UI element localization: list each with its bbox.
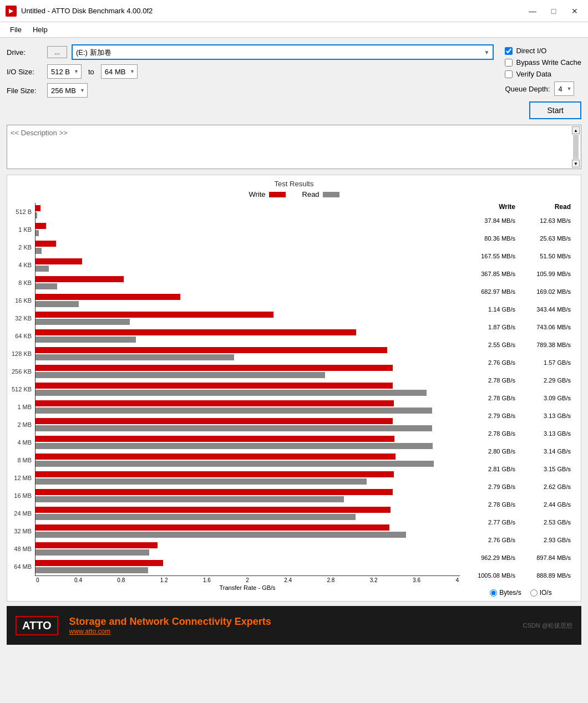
table-row: 2.79 GB/s2.62 GB/s [465, 478, 576, 496]
io-label: IO/s [540, 589, 552, 597]
read-bar [36, 212, 37, 218]
close-button[interactable]: ✕ [567, 4, 582, 18]
write-legend: Write [249, 190, 285, 198]
read-value: 3.15 GB/s [521, 466, 571, 472]
drive-select[interactable]: (E:) 新加卷 [76, 48, 484, 57]
bytes-radio-label[interactable]: Bytes/s [490, 589, 521, 597]
row-label: 24 MB [12, 505, 35, 522]
menu-file[interactable]: File [4, 24, 27, 35]
data-table-header: Write Read [465, 203, 576, 211]
write-legend-label: Write [249, 190, 265, 198]
scroll-thumb[interactable] [573, 135, 579, 159]
banner-text: Storage and Network Connectivity Experts… [69, 616, 271, 635]
io-radio-label[interactable]: IO/s [530, 589, 552, 597]
read-bar [36, 372, 325, 378]
write-value: 2.79 GB/s [465, 412, 515, 419]
io-from-wrapper[interactable]: 512 B ▼ [47, 64, 82, 79]
file-size-select[interactable]: 256 MB [51, 86, 84, 95]
write-value: 682.97 MB/s [465, 288, 515, 295]
table-row: 367.85 MB/s105.99 MB/s [465, 265, 576, 283]
menu-bar: File Help [0, 22, 588, 38]
left-controls: Drive: ... (E:) 新加卷 ▼ I/O Size: 512 B ▼ [7, 44, 494, 102]
io-radio[interactable] [530, 589, 538, 597]
file-size-wrapper[interactable]: 256 MB ▼ [47, 83, 88, 98]
read-bar [36, 354, 234, 360]
start-button[interactable]: Start [529, 101, 581, 119]
write-bar [36, 507, 391, 513]
row-label: 32 MB [12, 522, 35, 540]
bytes-radio[interactable] [490, 589, 497, 597]
browse-button[interactable]: ... [47, 46, 67, 58]
write-bar [36, 560, 163, 566]
read-value: 2.62 GB/s [521, 483, 571, 490]
bars-container [35, 203, 460, 576]
read-legend: Read [302, 190, 339, 198]
table-row: 1005.08 MB/s888.89 MB/s [465, 567, 576, 584]
read-bar [36, 532, 406, 538]
read-bar [36, 248, 42, 254]
write-value: 2.78 GB/s [465, 430, 515, 437]
controls-area: Drive: ... (E:) 新加卷 ▼ I/O Size: 512 B ▼ [7, 44, 581, 119]
minimize-button[interactable]: — [525, 4, 540, 18]
bar-row [36, 487, 460, 505]
write-value: 2.76 GB/s [465, 359, 515, 366]
table-row: 2.78 GB/s2.44 GB/s [465, 496, 576, 513]
bar-row [36, 416, 460, 434]
write-value: 2.78 GB/s [465, 377, 515, 384]
write-value: 80.36 MB/s [465, 235, 515, 242]
write-bar [36, 223, 46, 229]
verify-data-checkbox[interactable] [505, 70, 513, 78]
x-axis-labels: 0 0.4 0.8 1.2 1.6 2 2.4 2.8 3.2 3.6 4 [35, 577, 460, 583]
read-value: 105.99 MB/s [521, 271, 571, 277]
direct-io-checkbox[interactable] [505, 47, 513, 55]
description-scrollbar[interactable]: ▲ ▼ [572, 126, 580, 167]
bypass-cache-checkbox[interactable] [505, 59, 513, 67]
read-bar [36, 425, 432, 431]
scroll-down-arrow[interactable]: ▼ [572, 160, 580, 167]
row-label: 16 KB [12, 292, 35, 309]
bar-row [36, 522, 460, 540]
chart-and-labels: 512 B1 KB2 KB4 KB8 KB16 KB32 KB64 KB128 … [12, 203, 460, 591]
scroll-up-arrow[interactable]: ▲ [572, 126, 580, 134]
maximize-button[interactable]: □ [546, 4, 561, 18]
banner-url[interactable]: www.atto.com [69, 628, 271, 635]
write-value: 1.14 GB/s [465, 306, 515, 313]
read-value: 169.02 MB/s [521, 288, 571, 295]
read-value: 2.44 GB/s [521, 501, 571, 508]
queue-wrapper[interactable]: 4 ▼ [554, 81, 574, 96]
x-axis-title: Transfer Rate - GB/s [35, 584, 460, 591]
row-label: 512 B [12, 203, 35, 221]
bytes-label: Bytes/s [499, 589, 521, 597]
read-bar [36, 266, 49, 272]
read-bar [36, 567, 148, 573]
file-size-arrow: ▼ [80, 88, 85, 93]
data-rows: 37.84 MB/s12.63 MB/s80.36 MB/s25.63 MB/s… [465, 212, 576, 584]
drive-select-wrapper[interactable]: (E:) 新加卷 ▼ [72, 44, 494, 60]
bar-row [36, 469, 460, 487]
bypass-cache-label: Bypass Write Cache [516, 58, 581, 67]
description-text: << Description >> [11, 129, 68, 137]
read-value: 1.57 GB/s [521, 359, 571, 366]
read-bar [36, 407, 432, 414]
atto-logo: ATTO [16, 616, 58, 635]
row-label: 64 MB [12, 558, 35, 575]
read-value: 3.13 GB/s [521, 412, 571, 419]
bar-row [36, 434, 460, 451]
write-value: 1005.08 MB/s [465, 572, 515, 579]
row-label: 4 MB [12, 434, 35, 451]
menu-help[interactable]: Help [27, 24, 53, 35]
write-bar [36, 312, 273, 318]
io-to-wrapper[interactable]: 64 MB ▼ [101, 64, 138, 79]
bar-row [36, 380, 460, 398]
write-bar [36, 454, 396, 460]
write-value: 2.77 GB/s [465, 519, 515, 526]
read-bar [36, 230, 39, 236]
write-bar [36, 258, 82, 264]
write-value: 2.80 GB/s [465, 448, 515, 455]
io-to-arrow: ▼ [130, 69, 135, 74]
row-labels: 512 B1 KB2 KB4 KB8 KB16 KB32 KB64 KB128 … [12, 203, 35, 591]
drive-dropdown-arrow: ▼ [484, 49, 490, 55]
bar-row [36, 327, 460, 345]
file-size-row: File Size: 256 MB ▼ [7, 83, 494, 98]
read-legend-color [323, 192, 339, 197]
